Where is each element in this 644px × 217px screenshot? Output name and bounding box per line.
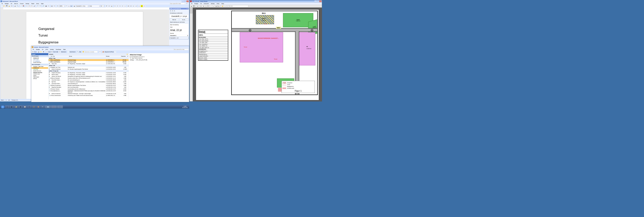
list-columns[interactable]: ! 📎 0 Fra Emne Mottatt Størrelse 🏳 <box>48 55 129 57</box>
drawing-toolbar-icon[interactable]: ✏ <box>53 5 56 7</box>
border-icon[interactable]: ▢ <box>138 5 140 7</box>
doc-line-1[interactable]: Gangareal <box>38 27 131 31</box>
excel-icon[interactable]: 𝔼 <box>48 5 50 7</box>
ad-menu-fil[interactable]: Fil <box>190 2 194 4</box>
fav-oppfolging[interactable]: For oppfølging <box>32 60 48 62</box>
doc-line-3[interactable]: Byggegrense <box>38 40 131 44</box>
copy-icon[interactable]: 📋 <box>28 5 30 7</box>
folder-6[interactable]: Utboks <box>32 75 48 76</box>
message-row[interactable]: ✉Sven-Erik Holter-...Lønnsutbetaling jun… <box>48 83 129 85</box>
mail-icon[interactable]: ✉ <box>11 5 13 7</box>
start-button[interactable] <box>0 105 5 108</box>
message-row[interactable]: 📎 ✉hk-scan01@hal...Attached Imageon 15.0… <box>48 59 129 61</box>
columns-icon[interactable]: ▥ <box>51 5 53 7</box>
indent-icon[interactable]: ⇥ <box>135 5 137 7</box>
close-button[interactable]: × <box>186 0 189 2</box>
minimize-button[interactable]: _ <box>182 0 184 2</box>
print-icon[interactable]: 🖨 <box>38 51 40 53</box>
ql-sticky-icon[interactable]: 📝 <box>23 106 27 108</box>
new-style-button[interactable]: Ny stil... <box>179 19 189 21</box>
system-tray[interactable]: 12:38 15.06.2011 <box>181 106 188 108</box>
ad-menu-rediger[interactable]: Rediger <box>194 2 199 4</box>
bold-icon[interactable]: F <box>106 5 108 7</box>
ephorte-icon[interactable]: 📄 <box>114 51 116 53</box>
ol-menu-handlinger[interactable]: Handlinger <box>55 48 62 50</box>
ol-help-search-input[interactable] <box>174 49 188 50</box>
adobe-titlebar[interactable]: 2731_001.pdf - Adobe Reader _ □ × <box>190 0 322 2</box>
message-row[interactable]: ✉Erland KristiansenSV: Revidert reguleri… <box>48 68 129 70</box>
styles-pane-title[interactable]: Stiler og formatering <box>170 8 189 10</box>
ad-save-icon[interactable]: 💾 <box>193 5 195 7</box>
maximize-button[interactable]: □ <box>184 0 186 2</box>
map-icon[interactable]: ¶ <box>56 5 59 7</box>
fav-sendte[interactable]: Sendte elementer <box>32 62 48 63</box>
ol-menu-fil[interactable]: Fil <box>32 48 35 50</box>
underline-icon[interactable]: U <box>111 5 113 7</box>
folder-3[interactable]: Sendte elementer <box>32 70 48 72</box>
ql-folder-icon[interactable]: 📁 <box>14 106 18 108</box>
font-combo[interactable]: Arial <box>89 5 100 7</box>
italic-icon[interactable]: K <box>108 5 110 7</box>
doc-line-2[interactable]: Turvei <box>38 33 131 37</box>
fav-ulest[interactable]: Ulest e-post <box>32 59 48 60</box>
line-spacing-icon[interactable]: ‡ <box>124 5 126 7</box>
ad-menu-verktoy[interactable]: Verktøy <box>210 2 216 4</box>
contact-search-input[interactable] <box>85 51 98 53</box>
style-item-arial[interactable]: Arial <box>170 26 189 28</box>
menu-tabell[interactable]: Tabell <box>30 2 35 4</box>
print-icon[interactable]: 🖨 <box>14 5 16 7</box>
message-row[interactable]: 📎 ✉lonn@halden.ko...[WARNING : MESSAGE E… <box>48 90 129 93</box>
outdent-icon[interactable]: ⇤ <box>132 5 135 7</box>
ql-mediaplayer-icon[interactable]: ▶ <box>10 106 14 108</box>
menu-format[interactable]: Format <box>19 2 24 4</box>
delete-icon[interactable]: ✖ <box>42 51 45 53</box>
align-left-icon[interactable]: ≡ <box>114 5 116 7</box>
word-titlebar[interactable]: Dokument1 - Microsoft Word _ □ × <box>0 0 189 2</box>
new-doc-icon[interactable]: 📄 <box>0 5 3 7</box>
styles-current[interactable]: Overskrift 1 + 14 pt <box>170 14 189 18</box>
style-item-normal[interactable]: Normal <box>170 32 189 34</box>
menu-fil[interactable]: Fil <box>0 2 4 4</box>
message-row[interactable]: 📎 ✉Øyvind StoksethHvordan enkelt slå av … <box>48 77 129 79</box>
ad-menu-vindu[interactable]: Vindu <box>216 2 220 4</box>
find-icon[interactable]: 🔍 <box>77 51 79 53</box>
adobe-minimize-button[interactable]: _ <box>314 0 317 2</box>
ephorte-help-icon[interactable]: ? <box>99 51 101 53</box>
ad-next-page-icon[interactable]: ⬇ <box>202 5 205 7</box>
menu-verktoy[interactable]: Verktøy <box>24 2 30 4</box>
message-row[interactable]: ✉Egil HultSV: Oppstart av reguleringsarb… <box>48 81 129 83</box>
message-row[interactable]: ✉Jensen Carl HenrikHøringsfrist for begr… <box>48 76 129 77</box>
ad-email-icon[interactable]: ✉ <box>196 5 199 7</box>
help-icon[interactable]: ? <box>66 5 68 7</box>
ad-select-icon[interactable]: I <box>224 5 226 7</box>
styles-icon[interactable]: A̲ <box>73 5 76 7</box>
zoom-combo[interactable]: 150% <box>59 5 65 7</box>
bullets-icon[interactable]: •≡ <box>130 5 132 7</box>
attachments-panel-icon[interactable] <box>190 11 192 13</box>
message-row[interactable]: ✉Asbjørn MonteliusSV: Regulering - Hovsv… <box>48 72 129 74</box>
outlook-titlebar[interactable]: Innboks - Microsoft Outlook <box>32 46 189 48</box>
styles-aa2-icon[interactable]: A <box>172 10 173 12</box>
style-item-h1-14[interactable]: Overskrift 1 + 14 <box>170 37 189 39</box>
folder-2[interactable]: Kladd [28] <box>32 69 48 70</box>
menu-settinn[interactable]: Sett inn <box>13 2 19 4</box>
task-outlook[interactable]: 📧 <box>45 106 51 108</box>
undo-icon[interactable]: ↶ <box>37 5 39 7</box>
style-item-h1[interactable]: Overskrift 1¶ <box>170 34 189 37</box>
ol-menu-verktoy[interactable]: Verktøy <box>49 48 55 50</box>
ql-desktop-icon[interactable]: 🖥 <box>18 106 22 108</box>
ad-search-input[interactable] <box>228 5 248 7</box>
table-icon[interactable]: ▦ <box>45 5 47 7</box>
menu-vis[interactable]: Vis <box>10 2 13 4</box>
ad-zoom-in-icon[interactable]: + <box>212 5 214 7</box>
addressbook-icon[interactable]: 📒 <box>82 51 84 53</box>
ad-print-icon[interactable]: 🖨 <box>190 5 192 7</box>
paste-icon[interactable]: 📋 <box>31 5 33 7</box>
adobe-close-button[interactable]: × <box>320 0 322 2</box>
read-icon[interactable]: 📖 <box>68 5 70 7</box>
folder-8[interactable]: ePhorte <box>32 78 48 79</box>
message-row[interactable]: 📎 ✉Erland KristiansenRevidert regulering… <box>48 85 129 86</box>
open-icon[interactable]: 📂 <box>3 5 6 7</box>
ql-calc-icon[interactable]: 🧮 <box>32 106 36 108</box>
message-group[interactable]: ⊟ Dato: I går <box>48 65 129 66</box>
